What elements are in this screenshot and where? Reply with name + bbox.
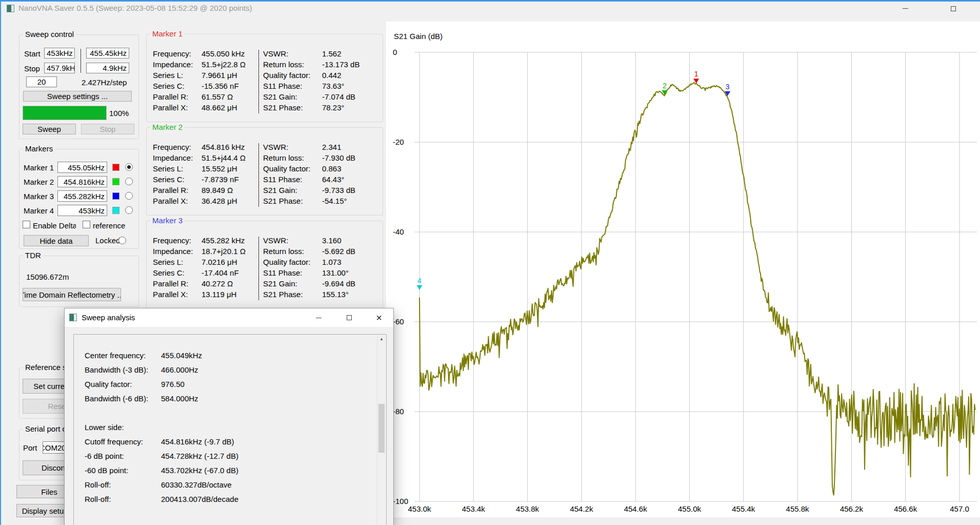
marker-data-label: VSWR: — [263, 49, 288, 58]
marker-data-value: -7.074 dB — [322, 92, 355, 101]
marker-data-label: S21 Phase: — [263, 290, 303, 299]
locked-radio[interactable] — [118, 237, 126, 244]
analysis-results-panel: Center frequency:455.049kHzBandwidth (-3… — [73, 334, 387, 525]
step-size-text: 2.427Hz/step — [82, 78, 127, 87]
marker-data-label: Impedance: — [153, 247, 193, 256]
marker-select-radio[interactable] — [125, 163, 133, 171]
chart-title: S21 Gain (dB) — [394, 32, 443, 41]
marker-data-value: -9.694 dB — [322, 279, 355, 288]
sweep-input-divider — [81, 49, 81, 73]
analysis-label: Bandwidth (-6 dB): — [85, 394, 148, 403]
analysis-value: 584.000Hz — [161, 394, 198, 403]
center-frequency-input[interactable]: 455.45kHz — [86, 48, 129, 59]
marker-select-radio[interactable] — [125, 192, 133, 200]
marker-frequency-input[interactable]: 455.282kHz — [57, 190, 107, 202]
marker-data-label: VSWR: — [263, 236, 288, 245]
marker-data-label: Impedance: — [153, 60, 193, 69]
chart-area[interactable] — [386, 22, 980, 517]
marker-data-value: 13.119 μH — [202, 290, 236, 299]
scrollbar-thumb[interactable] — [378, 404, 385, 453]
analysis-value: 60330.327dB/octave — [161, 480, 232, 489]
sweep-settings-button[interactable]: Sweep settings ... — [23, 91, 132, 102]
marker-data-value: 51.5+j22.8 Ω — [202, 60, 246, 69]
marker-data-value: 3.160 — [322, 236, 342, 245]
marker3-data-group: Marker 3Frequency:455.282 kHzImpedance:1… — [146, 221, 383, 309]
window-border-left — [0, 0, 1, 525]
stop-frequency-input[interactable]: 457.9kHz — [44, 63, 75, 73]
start-frequency-input[interactable]: 453kHz — [44, 48, 75, 59]
dialog-title: Sweep analysis — [82, 313, 135, 322]
dialog-maximize-button[interactable] — [337, 308, 361, 327]
marker-data-value: 0.863 — [322, 164, 342, 173]
minimize-icon — [903, 8, 908, 9]
marker-data-label: Frequency: — [153, 236, 191, 245]
marker-data-value: -17.404 nF — [202, 268, 239, 277]
marker-data-label: S21 Gain: — [263, 279, 297, 288]
marker-color-swatch — [112, 207, 119, 214]
marker-data-label: S11 Phase: — [263, 82, 302, 90]
maximize-icon — [951, 6, 956, 11]
analysis-label: Bandwidth (-3 dB): — [85, 365, 148, 374]
reference-checkbox[interactable] — [83, 221, 90, 228]
segments-input[interactable]: 20 — [26, 76, 57, 87]
enable-delta-checkbox[interactable] — [23, 221, 30, 228]
marker-data-label: Return loss: — [263, 60, 304, 69]
marker-frequency-input[interactable]: 454.816kHz — [57, 176, 107, 187]
marker-data-label: Impedance: — [153, 153, 193, 162]
analysis-label: -60 dB point: — [85, 466, 128, 475]
tdr-button[interactable]: Time Domain Reflectometry ... — [23, 288, 121, 301]
stop-button[interactable]: Stop — [81, 124, 134, 134]
marker-data-value: 15.552 μH — [202, 164, 237, 173]
marker-frequency-input[interactable]: 453kHz — [57, 205, 107, 216]
dialog-minimize-button[interactable] — [307, 308, 331, 327]
dialog-close-icon: × — [376, 312, 382, 324]
marker-data-label: Parallel R: — [153, 92, 188, 101]
locked-label: Locked — [95, 236, 120, 245]
marker-data-value: -5.692 dB — [322, 247, 355, 256]
marker-frequency-input[interactable]: 455.05kHz — [57, 162, 107, 173]
marker-data-label: S21 Phase: — [263, 103, 303, 112]
sweep-button[interactable]: Sweep — [23, 124, 76, 134]
marker-data-value: 0.442 — [322, 71, 342, 80]
sweep-control-group: Sweep control Start 453kHz 455.45kHz Sto… — [19, 34, 139, 139]
hide-data-button[interactable]: Hide data — [24, 235, 89, 246]
marker-data-value: -13.173 dB — [322, 60, 359, 69]
marker-row-label: Marker 3 — [24, 192, 54, 201]
dialog-titlebar[interactable]: Sweep analysis × — [65, 308, 393, 327]
analysis-label: Quality factor: — [85, 380, 132, 388]
titlebar[interactable]: NanoVNA Saver 0.5.5 (Sweep: 2023-05-08 1… — [0, 0, 980, 17]
marker-data-value: 1.073 — [322, 258, 342, 266]
marker-data-title: Marker 2 — [150, 123, 185, 131]
marker-data-label: Series L: — [153, 258, 183, 266]
marker-select-radio[interactable] — [125, 178, 133, 185]
analysis-value: 453.702kHz (-67.0 dB) — [161, 466, 238, 475]
marker2-data-group: Marker 2Frequency:454.816 kHzImpedance:5… — [146, 127, 383, 216]
scrollbar-up-icon[interactable]: ▲ — [377, 335, 386, 343]
analysis-value: 454.728kHz (-12.7 dB) — [161, 452, 238, 460]
maximize-button[interactable] — [942, 0, 965, 17]
marker-select-radio[interactable] — [125, 206, 133, 214]
marker-data-value: 455.050 kHz — [202, 49, 245, 58]
marker-data-label: Return loss: — [263, 247, 304, 256]
enable-delta-label: Enable Delta — [33, 221, 76, 230]
marker-data-label: S11 Phase: — [263, 268, 302, 277]
marker-data-value: 455.282 kHz — [202, 236, 245, 245]
marker-color-swatch — [112, 192, 119, 200]
marker-data-label: Frequency: — [153, 143, 191, 151]
marker-data-value: 64.43° — [322, 175, 345, 184]
tdr-title: TDR — [23, 251, 43, 260]
span-frequency-input[interactable]: 4.9kHz — [86, 63, 129, 73]
marker-data-value: 51.5+j44.4 Ω — [202, 153, 246, 162]
marker-data-label: Series L: — [153, 164, 183, 173]
marker-data-label: Quality factor: — [263, 258, 311, 266]
analysis-scrollbar[interactable]: ▲ — [377, 335, 386, 525]
marker-data-label: Series C: — [153, 268, 185, 277]
dialog-close-button[interactable]: × — [364, 308, 394, 327]
marker-row-label: Marker 2 — [24, 178, 54, 186]
marker-data-label: Frequency: — [153, 49, 191, 58]
marker-data-value: 61.557 Ω — [202, 92, 233, 101]
marker-data-label: Quality factor: — [263, 164, 311, 173]
minimize-button[interactable] — [893, 0, 917, 17]
marker-data-label: S11 Phase: — [263, 175, 302, 184]
marker-data-value: 131.00° — [322, 268, 349, 277]
